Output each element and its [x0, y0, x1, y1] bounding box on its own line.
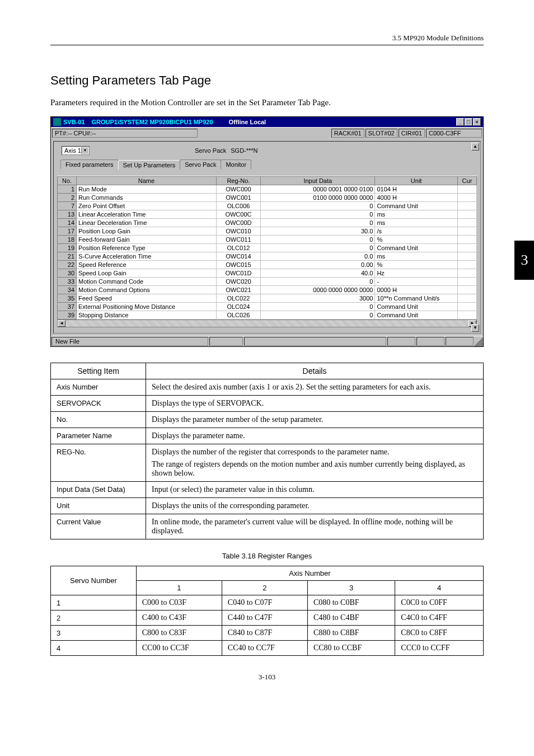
cell-reg: OWC00D — [216, 219, 260, 227]
cell-unit: ms — [375, 210, 458, 219]
ranges-axis-header: Axis Number — [136, 566, 483, 581]
title-app: SVB-01 — [63, 119, 85, 125]
cell-data[interactable]: 0000 0001 0000 0100 — [261, 185, 375, 194]
maximize-button[interactable]: □ — [465, 118, 472, 126]
table-row[interactable]: 19Position Reference TypeOLC0120Command … — [58, 244, 477, 252]
cell-data[interactable]: 40.0 — [261, 269, 375, 278]
cell-unit: - — [375, 278, 458, 286]
cell-data[interactable]: 30.0 — [261, 227, 375, 236]
scroll-up-button[interactable]: ▲ — [471, 143, 479, 151]
ranges-cell: C400 to C43F — [136, 611, 222, 626]
table-row: 4CC00 to CC3FCC40 to CC7FCC80 to CCBFCCC… — [51, 641, 484, 656]
cell-cur — [457, 210, 476, 219]
cell-cur — [457, 278, 476, 286]
table-row[interactable]: 18Feed-forward GainOWC0110% — [58, 236, 477, 244]
table-row[interactable]: 13Linear Acceleration TimeOWC00C0ms — [58, 210, 477, 219]
table-row[interactable]: 33Motion Command CodeOWC0200- — [58, 278, 477, 286]
cell-data[interactable]: 0000 0000 0000 0000 — [261, 286, 375, 294]
cell-unit: % — [375, 236, 458, 244]
cell-unit: 4000 H — [375, 194, 458, 202]
ranges-cell: C040 to C07F — [222, 595, 307, 611]
screenshot-window: SVB-01 GROUP1\SYSTEM2 MP920B\CPU1 MP920 … — [50, 116, 484, 347]
cell-unit: Command Unit — [375, 244, 458, 252]
cell-data[interactable]: 0 — [261, 202, 375, 210]
cell-reg: OLC012 — [216, 244, 260, 252]
table-row[interactable]: 2Run CommandsOWC0010100 0000 0000 000040… — [58, 194, 477, 202]
cell-reg: OWC021 — [216, 286, 260, 294]
cell-reg: OWC000 — [216, 185, 260, 194]
side-chapter-tab: 3 — [514, 241, 534, 280]
horizontal-scrollbar[interactable]: ◄ ► — [57, 320, 477, 327]
table-row: 1C000 to C03FC040 to C07FC080 to C0BFC0C… — [51, 595, 484, 611]
details-text: Displays the parameter number of the set… — [146, 412, 484, 428]
cell-unit: 0104 H — [375, 185, 458, 194]
cell-name: Motion Command Options — [77, 286, 217, 294]
table-row[interactable]: 30Speed Loop GainOWC01D40.0Hz — [58, 269, 477, 278]
ranges-servo-num: 2 — [51, 611, 137, 626]
resize-grip[interactable] — [474, 336, 483, 346]
cell-unit: % — [375, 261, 458, 269]
cell-name: Motion Command Code — [77, 278, 217, 286]
cell-name: Feed Speed — [77, 294, 217, 303]
cell-data[interactable]: 0 — [261, 210, 375, 219]
table-row[interactable]: 1Run ModeOWC0000000 0001 0000 01000104 H — [58, 185, 477, 194]
details-label: REG-No. — [51, 444, 146, 482]
cell-cur — [457, 303, 476, 311]
cell-name: External Positioning Move Distance — [77, 303, 217, 311]
page-number: 3-103 — [50, 673, 484, 682]
ranges-axis-num: 1 — [136, 581, 222, 595]
table-row[interactable]: 35Feed SpeedOLC022300010**n Command Unit… — [58, 294, 477, 303]
cell-data[interactable]: 0 — [261, 303, 375, 311]
cell-data[interactable]: 3000 — [261, 294, 375, 303]
details-label: Input Data (Set Data) — [51, 482, 146, 498]
table-row[interactable]: 37External Positioning Move DistanceOLC0… — [58, 303, 477, 311]
details-label: Parameter Name — [51, 428, 146, 444]
details-header-item: Setting Item — [51, 363, 146, 379]
table-row[interactable]: 39Stopping DistanceOLC0260Command Unit — [58, 311, 477, 320]
cell-data[interactable]: 0 — [261, 219, 375, 227]
cell-data[interactable]: 0.00 — [261, 261, 375, 269]
tab-monitor[interactable]: Monitor — [221, 159, 251, 169]
details-text: Displays the type of SERVOPACK. — [146, 396, 484, 412]
cell-data[interactable]: 0.0 — [261, 252, 375, 261]
cell-data[interactable]: 0 — [261, 236, 375, 244]
table-row[interactable]: 22Speed ReferenceOWC0150.00% — [58, 261, 477, 269]
addr-cell: C000-C3FF — [426, 129, 482, 138]
table-row: No.Displays the parameter number of the … — [51, 412, 484, 428]
table-row[interactable]: 7Zero Point OffsetOLC0060Command Unit — [58, 202, 477, 210]
scroll-down-button[interactable]: ▼ — [471, 324, 479, 332]
cell-data[interactable]: 0 — [261, 311, 375, 320]
cell-no: 21 — [58, 252, 77, 261]
title-path: GROUP1\SYSTEM2 MP920B\CPU1 MP920 — [92, 119, 213, 125]
cell-name: Stopping Distance — [77, 311, 217, 320]
minimize-button[interactable]: _ — [456, 118, 464, 126]
table-row[interactable]: 34Motion Command OptionsOWC0210000 0000 … — [58, 286, 477, 294]
table-row: REG-No.Displays the number of the regist… — [51, 444, 484, 482]
close-button[interactable]: × — [473, 118, 481, 126]
cell-data[interactable]: 0 — [261, 278, 375, 286]
cir-cell: CIR#01 — [399, 129, 425, 138]
app-icon — [53, 118, 61, 126]
cell-data[interactable]: 0100 0000 0000 0000 — [261, 194, 375, 202]
tab-fixed-parameters[interactable]: Fixed parameters — [60, 159, 119, 169]
details-text: Input (or select) the parameter value in… — [146, 482, 484, 498]
cell-cur — [457, 294, 476, 303]
cell-reg: OWC010 — [216, 227, 260, 236]
tab-setup-parameters[interactable]: Set Up Parameters — [118, 160, 181, 170]
section-intro: Parameters required in the Motion Contro… — [50, 98, 484, 107]
table-row[interactable]: 21S-Curve Acceleration TimeOWC0140.0ms — [58, 252, 477, 261]
cell-reg: OWC020 — [216, 278, 260, 286]
table-row[interactable]: 14Linear Deceleration TimeOWC00D0ms — [58, 219, 477, 227]
cell-unit: ms — [375, 252, 458, 261]
col-no: No. — [58, 177, 77, 185]
tab-servo-pack[interactable]: Servo Pack — [180, 159, 221, 169]
cell-data[interactable]: 0 — [261, 244, 375, 252]
axis-select[interactable]: Axis 1 — [62, 146, 90, 155]
table-row[interactable]: 17Position Loop GainOWC01030.0/s — [58, 227, 477, 236]
scroll-left-icon[interactable]: ◄ — [58, 320, 65, 327]
slot-cell: SLOT#02 — [366, 129, 397, 138]
ranges-cell: C8C0 to C8FF — [395, 626, 484, 641]
details-label: SERVOPACK — [51, 396, 146, 412]
details-text: Displays the parameter name. — [146, 428, 484, 444]
table-row: 2C400 to C43FC440 to C47FC480 to C4BFC4C… — [51, 611, 484, 626]
